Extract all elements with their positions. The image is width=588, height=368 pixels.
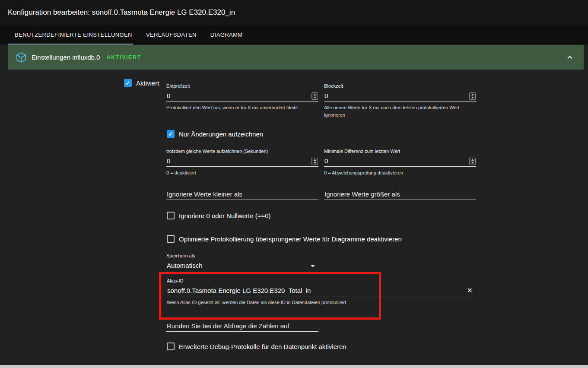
number-spinner[interactable] (469, 158, 476, 165)
active-tab-indicator (8, 44, 133, 44)
storage-type-field: Speichern als Automatisch (166, 253, 318, 271)
storage-type-label: Speichern als (166, 253, 318, 258)
log-equal-interval-input[interactable] (166, 157, 318, 166)
number-spinner[interactable] (311, 158, 318, 165)
round-input[interactable] (166, 322, 318, 331)
debounce-help: Protokolliert den Wert nur, wenn er für … (166, 104, 318, 111)
debug-checkbox[interactable]: ✓ (167, 343, 175, 350)
ignore-below-field (166, 189, 318, 200)
alias-input[interactable] (167, 287, 475, 296)
round-field (166, 321, 318, 332)
alias-help: Wenn Alias-ID gesetzt ist, werden die Da… (167, 299, 475, 306)
disable-skipped-label: Optimierte Protokollierung übersprungene… (179, 235, 402, 243)
blocktime-input[interactable] (324, 92, 476, 101)
debug-checkbox-row[interactable]: ✓ Erweiterte Debug-Protokolle für den Da… (167, 343, 346, 350)
min-diff-field: Minimale Differenz zum letzten Wert 0 = … (324, 149, 476, 177)
storage-type-value: Automatisch (166, 262, 203, 271)
dialog-title: Konfiguration bearbeiten: sonoff.0.Tasmo… (8, 8, 235, 17)
disable-skipped-checkbox-row[interactable]: ✓ Optimierte Protokollierung übersprunge… (167, 235, 402, 243)
section-title: Einstellungen influxdb.0 (32, 54, 100, 61)
enabled-checkbox[interactable]: ✓ (124, 79, 132, 87)
min-diff-label: Minimale Differenz zum letzten Wert (324, 149, 476, 154)
enabled-label: Aktiviert (136, 79, 159, 87)
debounce-input[interactable] (166, 92, 318, 101)
clear-icon[interactable]: ✕ (467, 287, 473, 294)
dialog-titlebar: Konfiguration bearbeiten: sonoff.0.Tasmo… (0, 0, 588, 25)
tab-chart[interactable]: DIAGRAMM (203, 25, 250, 44)
storage-type-select[interactable]: Automatisch (166, 260, 318, 271)
changes-only-checkbox[interactable]: ✓ (167, 130, 175, 138)
tab-bar: BENUTZERDEFINIERTE EINSTELLUNGEN VERLAUF… (0, 25, 588, 44)
enabled-checkbox-row[interactable]: ✓ Aktiviert (124, 79, 159, 87)
changes-only-label: Nur Änderungen aufzeichnen (179, 130, 263, 138)
alias-label: Alias-ID (167, 278, 475, 283)
log-equal-interval-field: trotzdem gleiche Werte aufzeichnen (Seku… (166, 149, 318, 177)
bottom-bar (0, 365, 588, 368)
ignore-zero-label: Ignoriere 0 oder Nullwerte (==0) (179, 212, 271, 219)
tab-history-data[interactable]: VERLAUFSDATEN (139, 25, 203, 44)
debounce-label: Entprellzeit (166, 83, 318, 89)
status-badge: AKTIVIERT (106, 54, 141, 60)
check-icon: ✓ (168, 131, 173, 137)
check-icon: ✓ (126, 80, 130, 86)
ignore-below-input[interactable] (166, 190, 318, 200)
number-spinner[interactable] (311, 92, 318, 100)
min-diff-input[interactable] (324, 157, 476, 166)
log-equal-interval-help: 0 = deaktiviert (166, 169, 318, 177)
debounce-field: Entprellzeit Protokolliert den Wert nur,… (166, 83, 318, 111)
number-spinner[interactable] (469, 92, 476, 100)
changes-only-checkbox-row[interactable]: ✓ Nur Änderungen aufzeichnen (167, 130, 263, 138)
tab-custom-settings[interactable]: BENUTZERDEFINIERTE EINSTELLUNGEN (8, 25, 139, 44)
ignore-above-input[interactable] (324, 190, 476, 200)
ignore-above-field (324, 189, 476, 200)
blocktime-label: Blockzeit (324, 83, 476, 89)
disable-skipped-checkbox[interactable]: ✓ (167, 235, 175, 243)
log-equal-interval-label: trotzdem gleiche Werte aufzeichnen (Seku… (166, 149, 318, 154)
debug-label: Erweiterte Debug-Protokolle für den Date… (179, 343, 346, 350)
blocktime-help: Alle neuen Werte für X ms nach dem letzt… (324, 104, 476, 119)
blocktime-field: Blockzeit Alle neuen Werte für X ms nach… (324, 83, 476, 119)
min-diff-help: 0 = Abweichungsprüfung deaktivieren (324, 169, 476, 177)
ignore-zero-checkbox-row[interactable]: ✓ Ignoriere 0 oder Nullwerte (==0) (167, 212, 271, 219)
ignore-zero-checkbox[interactable]: ✓ (167, 212, 175, 219)
alias-field: Alias-ID ✕ Wenn Alias-ID gesetzt ist, we… (167, 278, 475, 306)
influxdb-settings-header[interactable]: Einstellungen influxdb.0 AKTIVIERT (8, 45, 584, 70)
chevron-up-icon[interactable] (565, 52, 575, 63)
dropdown-arrow-icon (311, 265, 315, 267)
influxdb-icon (16, 52, 27, 63)
